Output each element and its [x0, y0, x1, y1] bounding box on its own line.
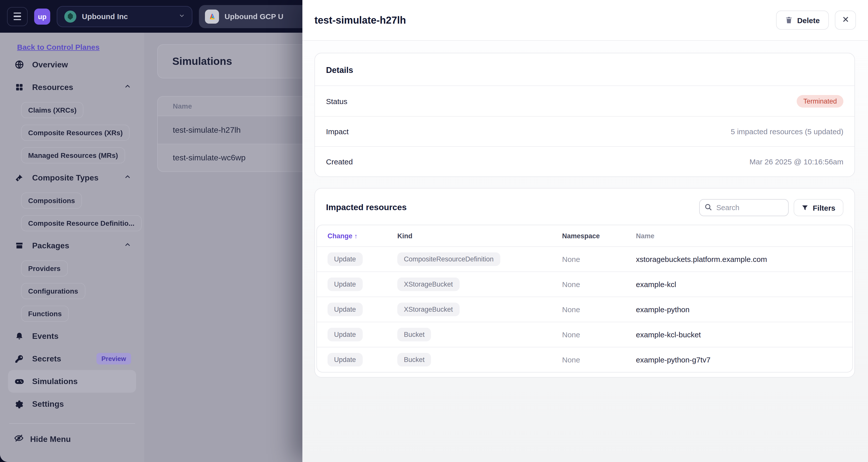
sidebar-item-simulations[interactable]: Simulations — [8, 370, 136, 393]
back-to-control-planes-link[interactable]: Back to Control Planes — [17, 43, 99, 51]
change-header-label: Change — [328, 232, 352, 239]
column-header-namespace: Namespace — [562, 232, 636, 239]
detail-row-impact: Impact 5 impacted resources (5 updated) — [315, 116, 855, 146]
menu-toggle-button[interactable] — [7, 7, 28, 26]
kind-cell: Bucket — [397, 328, 562, 341]
grid-icon — [14, 82, 24, 92]
change-chip: Update — [328, 328, 363, 341]
detail-row-status: Status Terminated — [315, 86, 855, 116]
sidebar-group-label: Composite Types — [32, 173, 98, 182]
change-chip: Update — [328, 302, 363, 316]
search-input[interactable] — [699, 199, 788, 216]
sidebar-pill-claims[interactable]: Claims (XRCs) — [21, 102, 84, 118]
trash-icon — [785, 16, 793, 24]
pill-row: Claims (XRCs) — [8, 98, 136, 121]
pill-row: Composite Resources (XRs) — [8, 121, 136, 144]
filters-button[interactable]: Filters — [794, 199, 843, 216]
sidebar-group-resources[interactable]: Resources — [8, 76, 136, 98]
preview-badge: Preview — [96, 353, 131, 365]
gcp-logo-icon — [205, 9, 219, 23]
created-value: Mar 26 2025 @ 10:16:56am — [749, 157, 843, 166]
pill-row: Configurations — [8, 280, 136, 302]
kind-chip: Bucket — [397, 328, 431, 341]
pill-row: Compositions — [8, 189, 136, 212]
kind-cell: XStorageBucket — [397, 278, 562, 291]
simulation-detail-panel: test-simulate-h27lh Delete Details — [302, 0, 868, 462]
sidebar-pill-configurations[interactable]: Configurations — [21, 283, 85, 299]
close-icon — [842, 16, 849, 25]
sidebar-item-events[interactable]: Events — [8, 325, 136, 347]
change-chip: Update — [328, 252, 363, 266]
change-cell: Update — [317, 278, 397, 291]
upbound-logo: up — [34, 8, 50, 24]
close-panel-button[interactable] — [835, 10, 856, 30]
panel-actions: Delete — [776, 10, 856, 30]
details-card: Details Status Terminated Impact 5 impac… — [314, 53, 855, 177]
pill-row: Providers — [8, 257, 136, 280]
search-box — [699, 199, 788, 216]
hide-menu-button[interactable]: Hide Menu — [8, 428, 136, 451]
workspace-tab-label: Upbound GCP U — [224, 12, 283, 21]
sidebar-item-secrets[interactable]: Secrets Preview — [8, 347, 136, 370]
sidebar-pill-composite-resource-definitions[interactable]: Composite Resource Definitio... — [21, 215, 142, 231]
pill-row: Managed Resources (MRs) — [8, 144, 136, 166]
panel-header: test-simulate-h27lh Delete — [302, 0, 868, 41]
table-row[interactable]: Update XStorageBucket None example-pytho… — [317, 297, 852, 322]
detail-row-created: Created Mar 26 2025 @ 10:16:56am — [315, 146, 855, 176]
sidebar-item-settings[interactable]: Settings — [8, 393, 136, 415]
table-row[interactable]: Update XStorageBucket None example-kcl — [317, 271, 852, 297]
sidebar-pill-providers[interactable]: Providers — [21, 260, 68, 276]
sidebar-pill-compositions[interactable]: Compositions — [21, 192, 82, 208]
bell-icon — [14, 331, 24, 341]
sidebar: Back to Control Planes Overview Resource… — [0, 33, 144, 462]
sidebar-pill-functions[interactable]: Functions — [21, 306, 69, 321]
kind-cell: Bucket — [397, 353, 562, 367]
hide-menu-label: Hide Menu — [30, 435, 71, 444]
sidebar-group-composite-types[interactable]: Composite Types — [8, 166, 136, 189]
sidebar-group-packages[interactable]: Packages — [8, 234, 136, 257]
package-icon — [14, 240, 24, 251]
impacted-resources-title: Impacted resources — [326, 203, 407, 213]
change-cell: Update — [317, 252, 397, 266]
namespace-cell: None — [562, 355, 636, 364]
table-row[interactable]: Update CompositeResourceDefinition None … — [317, 246, 852, 271]
change-chip: Update — [328, 278, 363, 291]
sidebar-item-label: Simulations — [32, 377, 78, 386]
namespace-cell: None — [562, 330, 636, 339]
search-icon — [704, 203, 712, 213]
column-header-name: Name — [636, 232, 852, 239]
table-header-row: Change ↑ Kind Namespace Name — [317, 225, 852, 246]
sidebar-divider — [9, 423, 135, 424]
change-cell: Update — [317, 328, 397, 341]
org-selector[interactable]: Upbound Inc — [57, 6, 192, 27]
namespace-cell: None — [562, 280, 636, 289]
sidebar-item-label: Events — [32, 331, 59, 341]
column-header-change[interactable]: Change ↑ — [317, 232, 397, 239]
pen-nib-icon — [14, 173, 24, 183]
kind-chip: XStorageBucket — [397, 278, 459, 291]
gamepad-icon — [14, 376, 24, 386]
table-row[interactable]: Update Bucket None example-python-g7tv7 — [317, 347, 852, 372]
status-badge: Terminated — [797, 95, 843, 107]
sidebar-nav: Overview Resources Claims (XRCs) Composi… — [8, 53, 136, 415]
sidebar-item-label: Settings — [32, 399, 64, 408]
chevron-up-icon — [124, 83, 131, 92]
kind-chip: XStorageBucket — [397, 302, 459, 316]
globe-icon — [14, 60, 24, 69]
sidebar-item-overview[interactable]: Overview — [8, 53, 136, 76]
name-cell: xstoragebuckets.platform.example.com — [636, 255, 852, 263]
sidebar-group-label: Packages — [32, 241, 69, 250]
workspace-tab[interactable]: Upbound GCP U — [199, 5, 319, 28]
sidebar-pill-managed-resources[interactable]: Managed Resources (MRs) — [21, 147, 125, 163]
pill-row: Composite Resource Definitio... — [8, 212, 136, 234]
delete-button[interactable]: Delete — [776, 10, 829, 30]
table-row[interactable]: Update Bucket None example-kcl-bucket — [317, 322, 852, 347]
created-label: Created — [326, 157, 353, 166]
sidebar-pill-composite-resources[interactable]: Composite Resources (XRs) — [21, 124, 130, 141]
impact-label: Impact — [326, 127, 349, 136]
name-cell: example-kcl — [636, 280, 852, 289]
chevron-down-icon — [179, 12, 185, 20]
kind-chip: CompositeResourceDefinition — [397, 252, 500, 266]
key-icon — [14, 354, 24, 364]
page-title: Simulations — [172, 55, 232, 67]
